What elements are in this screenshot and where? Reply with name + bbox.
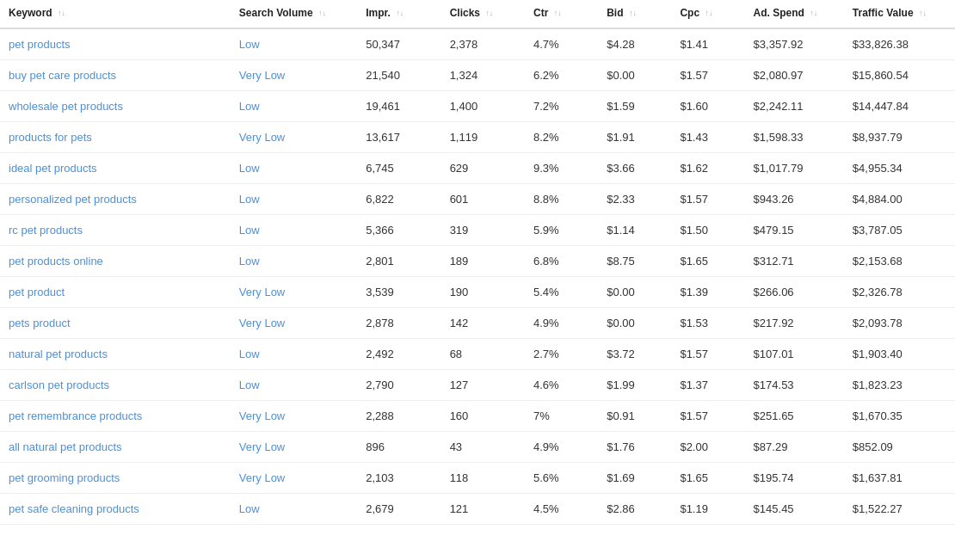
keyword-link[interactable]: rc pet products (9, 224, 83, 237)
table-row: natural pet productsLow2,492682.7%$3.72$… (0, 339, 955, 370)
cell-search-volume: Very Low (231, 60, 357, 91)
cell-impr: 896 (357, 432, 441, 463)
sort-icon-ad-spend[interactable]: ↑↓ (810, 9, 817, 17)
cell-keyword: buy pet care products (0, 60, 231, 91)
sort-icon-cpc[interactable]: ↑↓ (705, 9, 712, 17)
cell-traffic-value: $1,637.81 (844, 463, 955, 494)
keyword-link[interactable]: products for pets (9, 131, 92, 144)
cell-clicks: 1,400 (441, 91, 525, 122)
col-header-traffic-value[interactable]: Traffic Value ↑↓ (844, 0, 955, 28)
sort-icon-clicks[interactable]: ↑↓ (485, 9, 493, 17)
cell-search-volume: Very Low (231, 401, 357, 432)
table-row: wholesale pet productsLow19,4611,4007.2%… (0, 91, 955, 122)
keyword-link[interactable]: buy pet care products (9, 69, 116, 82)
col-header-clicks[interactable]: Clicks ↑↓ (441, 0, 525, 28)
cell-search-volume: Low (231, 28, 357, 60)
keyword-link[interactable]: wholesale pet products (9, 100, 123, 113)
sort-icon-keyword[interactable]: ↑↓ (58, 9, 65, 17)
cell-cpc: $2.00 (671, 432, 744, 463)
sort-icon-traffic-value[interactable]: ↑↓ (919, 9, 927, 17)
search-volume-value: Low (239, 100, 260, 113)
cell-ad-spend: $3,357.92 (745, 28, 844, 60)
table-row: pet products onlineLow2,8011896.8%$8.75$… (0, 246, 955, 277)
cell-ctr: 6.8% (525, 246, 598, 277)
table-row: carlson pet productsLow2,7901274.6%$1.99… (0, 370, 955, 401)
keyword-link[interactable]: ideal pet products (9, 162, 97, 175)
search-volume-value: Low (239, 502, 260, 515)
keyword-link[interactable]: pet products online (9, 255, 103, 268)
search-volume-value: Low (239, 378, 260, 391)
col-header-impr[interactable]: Impr. ↑↓ (357, 0, 441, 28)
cell-ad-spend: $251.65 (745, 401, 844, 432)
cell-ctr: 7.2% (525, 91, 598, 122)
keyword-table-container: Keyword ↑↓ Search Volume ↑↓ Impr. ↑↓ Cli… (0, 0, 955, 525)
cell-bid: $1.14 (598, 215, 671, 246)
col-header-search-volume[interactable]: Search Volume ↑↓ (231, 0, 357, 28)
cell-keyword: natural pet products (0, 339, 231, 370)
keyword-link[interactable]: pets product (9, 317, 71, 329)
cell-keyword: pet remembrance products (0, 401, 231, 432)
cell-clicks: 1,119 (441, 122, 525, 153)
cell-impr: 6,822 (357, 184, 441, 215)
cell-bid: $1.76 (598, 432, 671, 463)
cell-impr: 2,103 (357, 463, 441, 494)
keyword-link[interactable]: personalized pet products (9, 193, 137, 206)
col-header-ctr[interactable]: Ctr ↑↓ (525, 0, 598, 28)
cell-impr: 19,461 (357, 91, 441, 122)
table-row: products for petsVery Low13,6171,1198.2%… (0, 122, 955, 153)
cell-ad-spend: $312.71 (745, 246, 844, 277)
cell-clicks: 160 (441, 401, 525, 432)
keyword-link[interactable]: pet safe cleaning products (9, 502, 139, 515)
cell-bid: $1.69 (598, 463, 671, 494)
cell-bid: $1.59 (598, 91, 671, 122)
cell-search-volume: Very Low (231, 122, 357, 153)
cell-bid: $2.33 (598, 184, 671, 215)
search-volume-value: Very Low (239, 69, 285, 82)
cell-ctr: 9.3% (525, 153, 598, 184)
cell-keyword: products for pets (0, 122, 231, 153)
keyword-link[interactable]: pet product (9, 286, 65, 298)
search-volume-value: Very Low (239, 409, 285, 422)
sort-icon-search-volume[interactable]: ↑↓ (318, 9, 326, 17)
keyword-link[interactable]: carlson pet products (9, 378, 109, 391)
col-header-bid[interactable]: Bid ↑↓ (598, 0, 671, 28)
table-row: pets productVery Low2,8781424.9%$0.00$1.… (0, 308, 955, 339)
cell-clicks: 121 (441, 494, 525, 525)
cell-traffic-value: $852.09 (844, 432, 955, 463)
cell-ctr: 4.5% (525, 494, 598, 525)
keyword-link[interactable]: pet products (9, 38, 71, 51)
cell-ctr: 4.6% (525, 370, 598, 401)
keyword-link[interactable]: natural pet products (9, 348, 108, 360)
sort-icon-ctr[interactable]: ↑↓ (554, 9, 562, 17)
cell-clicks: 118 (441, 463, 525, 494)
cell-cpc: $1.57 (671, 401, 744, 432)
sort-icon-bid[interactable]: ↑↓ (629, 9, 637, 17)
table-row: buy pet care productsVery Low21,5401,324… (0, 60, 955, 91)
cell-impr: 6,745 (357, 153, 441, 184)
cell-keyword: rc pet products (0, 215, 231, 246)
cell-search-volume: Low (231, 246, 357, 277)
cell-cpc: $1.62 (671, 153, 744, 184)
cell-impr: 2,288 (357, 401, 441, 432)
cell-keyword: personalized pet products (0, 184, 231, 215)
cell-keyword: all natural pet products (0, 432, 231, 463)
cell-ctr: 8.8% (525, 184, 598, 215)
cell-traffic-value: $3,787.05 (844, 215, 955, 246)
col-header-cpc[interactable]: Cpc ↑↓ (671, 0, 744, 28)
col-header-ad-spend[interactable]: Ad. Spend ↑↓ (745, 0, 844, 28)
keyword-link[interactable]: all natural pet products (9, 440, 122, 453)
keyword-link[interactable]: pet remembrance products (9, 409, 142, 422)
cell-keyword: pets product (0, 308, 231, 339)
cell-cpc: $1.39 (671, 277, 744, 308)
cell-search-volume: Very Low (231, 277, 357, 308)
col-header-keyword[interactable]: Keyword ↑↓ (0, 0, 231, 28)
cell-cpc: $1.53 (671, 308, 744, 339)
cell-keyword: wholesale pet products (0, 91, 231, 122)
cell-traffic-value: $8,937.79 (844, 122, 955, 153)
sort-icon-impr[interactable]: ↑↓ (396, 9, 404, 17)
table-row: all natural pet productsVery Low896434.9… (0, 432, 955, 463)
cell-clicks: 601 (441, 184, 525, 215)
cell-ctr: 4.7% (525, 28, 598, 60)
cell-traffic-value: $4,955.34 (844, 153, 955, 184)
keyword-link[interactable]: pet grooming products (9, 471, 120, 484)
